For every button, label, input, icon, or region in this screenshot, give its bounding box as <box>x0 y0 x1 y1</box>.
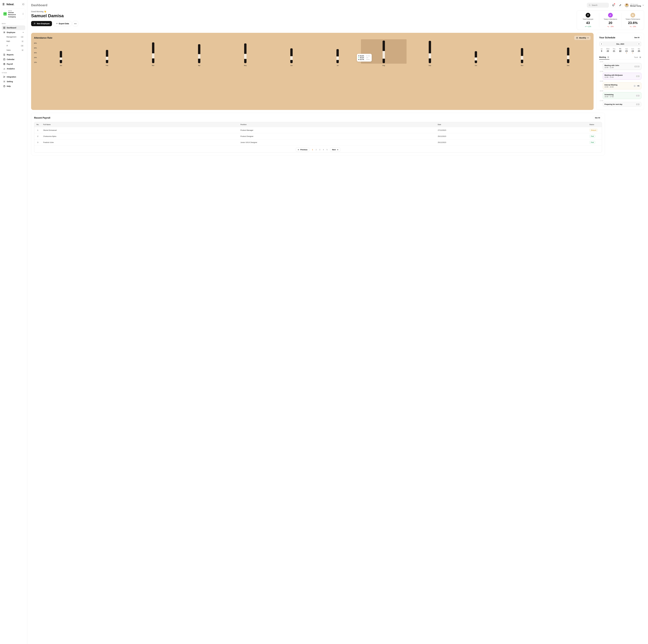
chart-bars: JanFebMarAprMayJunJulAugSepOctNovDec <box>38 42 591 63</box>
chart-bar[interactable]: Nov <box>499 48 545 63</box>
edit-icon <box>619 4 622 6</box>
nav-setting[interactable]: Setting <box>2 79 25 84</box>
pager-page[interactable]: 4 <box>322 149 325 151</box>
chevron-up-icon <box>22 32 24 33</box>
nodes-icon <box>3 76 5 78</box>
stat-total-employee: Total Employee 43 +12% <box>577 13 599 28</box>
pager-next[interactable]: Next <box>330 148 340 152</box>
notifications-button[interactable] <box>611 3 616 8</box>
export-data-button[interactable]: Export Data <box>53 21 71 26</box>
svg-rect-3 <box>5 27 5 28</box>
pager-page[interactable]: 2 <box>314 149 318 151</box>
chart-bar[interactable]: Feb <box>85 50 129 63</box>
brand-text: Ndeal. <box>6 3 14 6</box>
payroll-row[interactable]: 2Chukwuma NjokuProduct Designer25/12/202… <box>34 133 602 139</box>
payroll-row[interactable]: 3Fredrick UcheJunior UI/UX Designer25/12… <box>34 139 602 145</box>
calendar-day[interactable]: Wed20 <box>605 48 610 53</box>
svg-rect-4 <box>3 28 4 29</box>
chart-bar[interactable]: Jun <box>269 48 314 63</box>
svg-rect-31 <box>632 14 634 16</box>
svg-point-21 <box>4 81 5 82</box>
new-employee-button[interactable]: New Employee <box>31 21 52 26</box>
svg-line-25 <box>590 6 590 6</box>
section-label-other: OTHER <box>2 72 25 73</box>
sub-item-sales[interactable]: Sales6 <box>3 48 25 52</box>
bar-chart-icon <box>3 67 5 70</box>
compose-button[interactable] <box>618 3 623 8</box>
nav-reports[interactable]: Reports <box>2 52 25 57</box>
chart-bar[interactable]: Mar <box>130 42 176 63</box>
pager-prev[interactable]: Previous <box>296 148 309 152</box>
chart-bar[interactable]: Jul <box>315 49 360 63</box>
chevron-down-icon <box>587 37 589 39</box>
schedule-event[interactable]: Meeting with McQueen12:00 - 13:00 <box>603 73 641 79</box>
topbar: Dashboard 👨‍💼 HR Manager Michael Young <box>27 0 648 9</box>
payroll-pager: Previous 12345 Next <box>34 145 602 152</box>
nav-payroll[interactable]: Payroll <box>2 62 25 66</box>
chart-bar[interactable]: Dec <box>546 48 591 63</box>
sub-item-rd[interactable]: R&D5 <box>3 39 25 44</box>
month-label: Dec, 2023 <box>616 43 624 45</box>
sub-item-it[interactable]: IT10 <box>3 44 25 48</box>
export-icon <box>56 22 58 24</box>
notification-dot <box>614 3 615 4</box>
schedule-event[interactable]: Internal Meeting13:00 - 16:00+41 <box>603 83 641 89</box>
schedule-see-all[interactable]: See All <box>632 36 641 40</box>
gear-icon <box>3 80 5 83</box>
calendar-day[interactable]: Fri22 <box>618 48 623 53</box>
schedule-event[interactable]: Scheduling16:00 - 17:00 <box>603 92 641 99</box>
calendar-day[interactable]: Sat23 <box>624 48 629 53</box>
sidebar-collapse-button[interactable] <box>21 2 25 6</box>
dollar-icon <box>3 63 5 65</box>
schedule-event[interactable]: Preparing for next day <box>603 102 641 107</box>
nav-analytics-label: Analytics <box>7 68 15 70</box>
file-icon <box>3 54 5 56</box>
chart-bar[interactable]: Apr <box>177 44 222 63</box>
nav-analytics[interactable]: Analytics <box>2 66 25 71</box>
image-icon <box>631 13 635 17</box>
payroll-see-all[interactable]: See All <box>593 116 602 120</box>
calendar-day[interactable]: Thu21 <box>611 48 616 53</box>
pager-page[interactable]: 1 <box>311 149 314 151</box>
calendar-day[interactable]: Mo25 <box>637 48 641 53</box>
company-switcher[interactable]: Ndeal Human Resource Company <box>2 9 25 19</box>
calendar-day[interactable]: ue9 <box>599 48 604 53</box>
nav-employee[interactable]: Employee <box>2 30 25 35</box>
svg-point-32 <box>632 15 633 15</box>
nav-integration[interactable]: Integration <box>2 74 25 79</box>
payroll-row[interactable]: 1Okorie EmmanuelProduct Manager27/12/202… <box>34 127 602 133</box>
chart-title: Attendance Rate <box>34 37 52 39</box>
schedule-event[interactable]: Meeting with John10:00 - 11:00 <box>603 63 641 70</box>
pager-page[interactable]: 3 <box>318 149 322 151</box>
nav-help[interactable]: Help <box>2 84 25 89</box>
payroll-title: Recent Payroll <box>34 116 50 119</box>
grid-icon <box>3 26 5 29</box>
tab-task[interactable]: Task6 <box>634 55 641 59</box>
chart-bar[interactable]: Jan <box>38 51 84 63</box>
search-input[interactable] <box>592 4 607 6</box>
nav-calendar-label: Calendar <box>7 58 14 60</box>
search-box[interactable] <box>587 3 609 8</box>
nav-help-label: Help <box>7 85 11 87</box>
event-avatars: +41 <box>634 85 640 87</box>
calendar-day[interactable]: Sun24 <box>630 48 635 53</box>
more-actions-button[interactable]: ••• <box>73 21 78 26</box>
attendance-chart-card: Attendance Rate Monthly 80%60%40%20%10% … <box>31 33 594 110</box>
chart-bar[interactable]: Oct <box>453 51 498 63</box>
chart-bar[interactable]: Sep <box>407 41 452 63</box>
prev-month-button[interactable] <box>600 42 603 46</box>
brand-logo-icon <box>2 3 5 6</box>
user-menu[interactable]: 👨‍💼 HR Manager Michael Young <box>625 3 644 7</box>
chart-bar[interactable]: May <box>223 43 268 63</box>
next-month-button[interactable] <box>637 42 641 46</box>
pager-page[interactable]: 5 <box>325 149 329 151</box>
chart-period-select[interactable]: Monthly <box>574 36 591 40</box>
tab-meeting[interactable]: Meeting5 <box>599 55 609 59</box>
users-icon <box>586 13 590 17</box>
nav-calendar[interactable]: Calendar <box>2 57 25 62</box>
svg-point-19 <box>3 77 4 77</box>
nav-employee-label: Employee <box>7 32 15 34</box>
nav-dashboard[interactable]: Dashboard <box>2 25 25 30</box>
day-strip: ue9Wed20Thu21Fri22Sat23Sun24Mo25 <box>599 48 641 53</box>
sub-item-management[interactable]: Management12 <box>3 35 25 39</box>
